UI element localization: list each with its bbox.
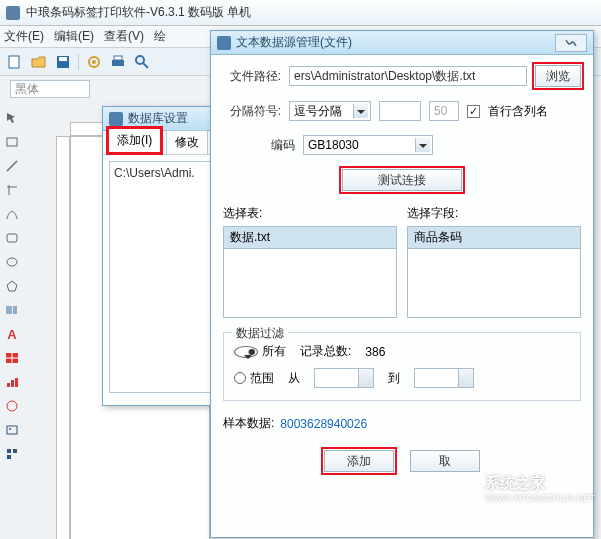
svg-line-8 (143, 63, 148, 68)
svg-rect-16 (7, 383, 10, 387)
svg-rect-23 (13, 449, 17, 453)
list-item[interactable]: C:\Users\Admi. (114, 166, 210, 180)
svg-rect-11 (7, 234, 17, 242)
svg-point-21 (9, 428, 11, 430)
svg-rect-5 (112, 60, 124, 66)
radio-range-label: 范围 (250, 370, 274, 387)
field-listbox[interactable]: 商品条码 (407, 226, 581, 318)
table-listbox[interactable]: 数据.txt (223, 226, 397, 318)
encoding-select[interactable]: GB18030 (303, 135, 433, 155)
db-connection-list[interactable]: C:\Users\Admi. (109, 161, 215, 393)
tab-add[interactable]: 添加(I) (107, 127, 162, 154)
svg-rect-0 (9, 56, 19, 68)
svg-rect-17 (11, 380, 14, 387)
label-sample-data: 样本数据: (223, 415, 274, 432)
radio-all[interactable] (234, 346, 258, 358)
shape-tool-icon[interactable] (2, 396, 22, 416)
crop-tool-icon[interactable] (2, 180, 22, 200)
ds-dialog-icon (217, 36, 231, 50)
radio-range[interactable] (234, 372, 246, 384)
image-tool-icon[interactable] (2, 420, 22, 440)
font-selector[interactable] (10, 80, 90, 98)
side-toolbar: A (0, 108, 24, 464)
menu-file[interactable]: 文件(E) (4, 28, 44, 45)
add-button[interactable]: 添加 (324, 450, 394, 472)
label-to: 到 (388, 370, 400, 387)
db-dialog-title: 数据库设置 (128, 110, 188, 127)
rect-tool-icon[interactable] (2, 132, 22, 152)
label-delimiter: 分隔符号: (223, 103, 281, 120)
text-tool-icon[interactable]: A (2, 324, 22, 344)
new-icon[interactable] (6, 53, 24, 71)
line-tool-icon[interactable] (2, 156, 22, 176)
ds-dialog-title: 文本数据源管理(文件) (236, 34, 352, 51)
label-select-table: 选择表: (223, 205, 397, 222)
menu-view[interactable]: 查看(V) (104, 28, 144, 45)
open-icon[interactable] (30, 53, 48, 71)
app-title: 中琅条码标签打印软件-V6.3.1 数码版 单机 (26, 4, 251, 21)
svg-point-19 (7, 401, 17, 411)
qr-tool-icon[interactable] (2, 444, 22, 464)
table-list-item[interactable]: 数据.txt (224, 227, 396, 249)
zoom-icon[interactable] (133, 53, 151, 71)
main-titlebar: 中琅条码标签打印软件-V6.3.1 数码版 单机 (0, 0, 601, 26)
header-checkbox[interactable] (467, 105, 480, 118)
save-icon[interactable] (54, 53, 72, 71)
polygon-tool-icon[interactable] (2, 276, 22, 296)
label-select-field: 选择字段: (407, 205, 581, 222)
barcode-tool-icon[interactable] (2, 300, 22, 320)
test-connection-button[interactable]: 测试连接 (342, 169, 462, 191)
browse-button[interactable]: 浏览 (535, 65, 581, 87)
label-from: 从 (288, 370, 300, 387)
delimiter-width-input (429, 101, 459, 121)
sample-data-value: 8003628940026 (280, 417, 367, 431)
app-icon (6, 6, 20, 20)
settings-icon[interactable] (85, 53, 103, 71)
bezier-tool-icon[interactable] (2, 204, 22, 224)
svg-point-4 (92, 60, 96, 64)
range-to-input[interactable] (414, 368, 474, 388)
chart-tool-icon[interactable] (2, 372, 22, 392)
range-from-input[interactable] (314, 368, 374, 388)
pointer-tool-icon[interactable] (2, 108, 22, 128)
ds-dialog-titlebar[interactable]: 文本数据源管理(文件) (211, 31, 593, 55)
field-list-item[interactable]: 商品条码 (408, 227, 580, 249)
roundrect-tool-icon[interactable] (2, 228, 22, 248)
ellipse-tool-icon[interactable] (2, 252, 22, 272)
label-encoding: 编码 (223, 137, 295, 154)
svg-rect-22 (7, 449, 11, 453)
group-label-filter: 数据过滤 (232, 325, 288, 342)
radio-all-label: 所有 (262, 343, 286, 360)
svg-rect-20 (7, 426, 17, 434)
label-record-count: 记录总数: (300, 343, 351, 360)
db-tabbar: 添加(I) 修改 (103, 131, 221, 155)
table-tool-icon[interactable] (2, 348, 22, 368)
file-path-input[interactable] (289, 66, 527, 86)
toolbar-divider (78, 54, 79, 70)
db-settings-dialog: 数据库设置 添加(I) 修改 C:\Users\Admi. (102, 106, 222, 406)
svg-line-10 (7, 161, 17, 171)
ruler-vertical (56, 136, 70, 539)
cancel-button[interactable]: 取 (410, 450, 480, 472)
label-file-path: 文件路径: (223, 68, 281, 85)
delimiter-select[interactable]: 逗号分隔 (289, 101, 371, 121)
print-icon[interactable] (109, 53, 127, 71)
db-dialog-icon (109, 112, 123, 126)
menu-draw[interactable]: 绘 (154, 28, 166, 45)
text-datasource-dialog: 文本数据源管理(文件) 文件路径: 浏览 分隔符号: 逗号分隔 首行含列名 编码… (210, 30, 594, 538)
svg-point-12 (7, 258, 17, 266)
svg-rect-6 (114, 56, 122, 60)
svg-rect-2 (59, 57, 67, 61)
record-count-value: 386 (365, 345, 385, 359)
menu-edit[interactable]: 编辑(E) (54, 28, 94, 45)
close-icon[interactable] (555, 34, 587, 52)
svg-rect-18 (15, 378, 18, 387)
data-filter-group: 数据过滤 所有 记录总数: 386 范围 从 到 (223, 332, 581, 401)
svg-rect-9 (7, 138, 17, 146)
svg-rect-24 (7, 455, 11, 459)
header-checkbox-label: 首行含列名 (488, 103, 548, 120)
svg-point-7 (136, 56, 144, 64)
tab-modify[interactable]: 修改 (166, 130, 208, 154)
delimiter-custom-input[interactable] (379, 101, 421, 121)
